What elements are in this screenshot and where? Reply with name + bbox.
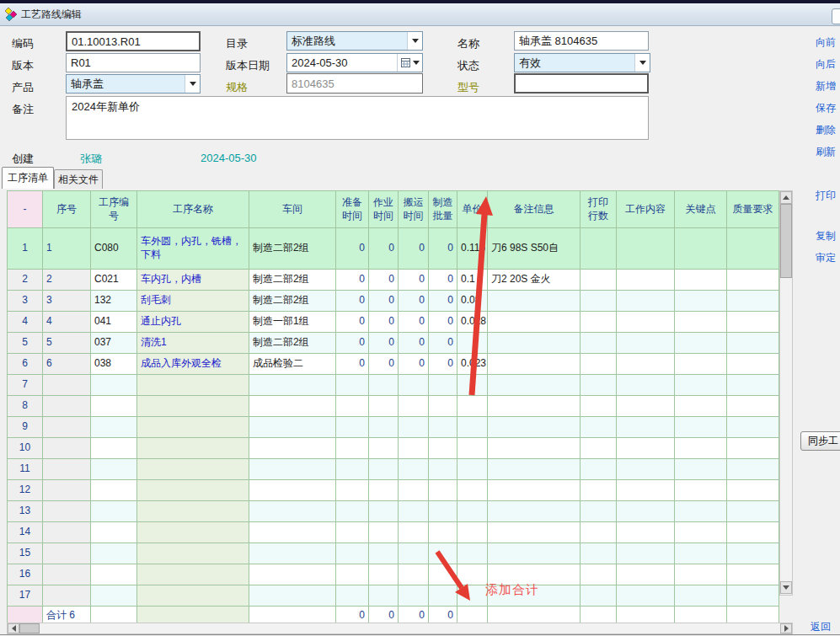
- table-cell[interactable]: [581, 375, 617, 396]
- table-cell[interactable]: 5: [8, 333, 43, 354]
- table-cell[interactable]: 4: [8, 312, 43, 333]
- table-cell[interactable]: [137, 543, 249, 564]
- table-cell[interactable]: [617, 333, 675, 354]
- table-cell[interactable]: [675, 438, 727, 459]
- table-cell[interactable]: [617, 396, 675, 417]
- save-button[interactable]: 保存: [816, 101, 840, 115]
- table-cell[interactable]: [369, 522, 399, 543]
- table-cell[interactable]: [675, 333, 727, 354]
- version-date-picker[interactable]: 2024-05-30: [286, 53, 423, 72]
- table-cell[interactable]: [43, 417, 91, 438]
- table-cell[interactable]: [137, 459, 249, 480]
- table-cell[interactable]: 0: [429, 291, 457, 312]
- table-cell[interactable]: [399, 375, 429, 396]
- table-cell[interactable]: [249, 522, 336, 543]
- table-cell[interactable]: [399, 417, 429, 438]
- table-cell[interactable]: [457, 501, 488, 522]
- code-input[interactable]: 01.10013.R01: [66, 31, 201, 51]
- table-cell[interactable]: 0: [399, 333, 429, 354]
- table-cell[interactable]: [369, 417, 399, 438]
- table-cell[interactable]: 成品检验二: [249, 354, 336, 375]
- table-cell[interactable]: 制造一部1组: [249, 312, 336, 333]
- table-cell[interactable]: [581, 501, 617, 522]
- table-cell[interactable]: [43, 585, 91, 607]
- table-cell[interactable]: [399, 501, 429, 522]
- table-cell[interactable]: [369, 459, 399, 480]
- table-cell[interactable]: [91, 480, 137, 501]
- next-button[interactable]: 向后: [816, 57, 840, 72]
- tab-process-list[interactable]: 工序清单: [2, 167, 54, 189]
- table-cell[interactable]: [488, 354, 581, 375]
- table-cell[interactable]: [369, 438, 399, 459]
- table-cell[interactable]: 刀2 20S 金火: [488, 270, 581, 291]
- sync-process-button[interactable]: 同步工: [800, 431, 840, 451]
- scroll-up-icon[interactable]: [780, 191, 792, 204]
- table-cell[interactable]: [137, 501, 249, 522]
- table-cell[interactable]: [727, 501, 779, 522]
- table-cell[interactable]: 16: [8, 564, 43, 585]
- table-cell[interactable]: [43, 522, 91, 543]
- table-cell[interactable]: [617, 501, 675, 522]
- table-cell[interactable]: C080: [91, 228, 137, 270]
- table-cell[interactable]: [727, 480, 779, 501]
- table-cell[interactable]: [727, 522, 779, 543]
- table-cell[interactable]: [369, 564, 399, 585]
- print-button[interactable]: 打印: [816, 189, 840, 203]
- table-cell[interactable]: 0: [429, 333, 457, 354]
- table-cell[interactable]: [137, 522, 249, 543]
- scroll-right-icon[interactable]: [780, 623, 792, 633]
- table-cell[interactable]: [727, 564, 779, 585]
- table-cell[interactable]: 制造二部2组: [249, 333, 336, 354]
- table-cell[interactable]: [137, 564, 249, 585]
- window-button-partial[interactable]: [832, 8, 840, 24]
- table-cell[interactable]: [617, 438, 675, 459]
- table-cell[interactable]: [617, 585, 675, 607]
- table-cell[interactable]: [91, 543, 137, 564]
- calendar-icon[interactable]: [397, 54, 422, 72]
- table-cell[interactable]: [617, 564, 675, 585]
- table-cell[interactable]: [727, 438, 779, 459]
- table-cell[interactable]: [727, 270, 779, 291]
- table-cell[interactable]: 2: [8, 270, 43, 291]
- table-cell[interactable]: [91, 522, 137, 543]
- table-cell[interactable]: [91, 459, 137, 480]
- table-cell[interactable]: [581, 333, 617, 354]
- table-cell[interactable]: [369, 543, 399, 564]
- chevron-down-icon[interactable]: [407, 32, 422, 50]
- table-cell[interactable]: 清洗1: [137, 333, 249, 354]
- table-cell[interactable]: [369, 375, 399, 396]
- table-cell[interactable]: [399, 396, 429, 417]
- table-cell[interactable]: [429, 396, 457, 417]
- table-cell[interactable]: 038: [91, 354, 137, 375]
- table-cell[interactable]: [675, 417, 727, 438]
- table-cell[interactable]: [617, 354, 675, 375]
- chevron-down-icon[interactable]: [185, 75, 200, 93]
- delete-button[interactable]: 删除: [816, 123, 840, 137]
- table-cell[interactable]: 0: [369, 228, 399, 270]
- table-cell[interactable]: [336, 459, 369, 480]
- table-cell[interactable]: [581, 396, 617, 417]
- table-cell[interactable]: [488, 522, 581, 543]
- table-cell[interactable]: [457, 438, 488, 459]
- table-cell[interactable]: [581, 417, 617, 438]
- table-cell[interactable]: [727, 333, 779, 354]
- table-cell[interactable]: [249, 438, 336, 459]
- table-cell[interactable]: 5: [43, 333, 91, 354]
- table-cell[interactable]: [727, 375, 779, 396]
- table-cell[interactable]: [488, 291, 581, 312]
- table-cell[interactable]: 0: [336, 270, 369, 291]
- table-cell[interactable]: [429, 438, 457, 459]
- table-cell[interactable]: [91, 396, 137, 417]
- table-cell[interactable]: 13: [8, 501, 43, 522]
- table-cell[interactable]: 14: [8, 522, 43, 543]
- table-cell[interactable]: [457, 564, 488, 585]
- table-cell[interactable]: [617, 417, 675, 438]
- table-cell[interactable]: 0: [399, 312, 429, 333]
- table-cell[interactable]: [43, 501, 91, 522]
- table-cell[interactable]: [429, 522, 457, 543]
- table-cell[interactable]: [91, 585, 137, 607]
- model-input[interactable]: [514, 73, 649, 94]
- table-cell[interactable]: [457, 522, 488, 543]
- table-cell[interactable]: [429, 585, 457, 607]
- table-cell[interactable]: [137, 480, 249, 501]
